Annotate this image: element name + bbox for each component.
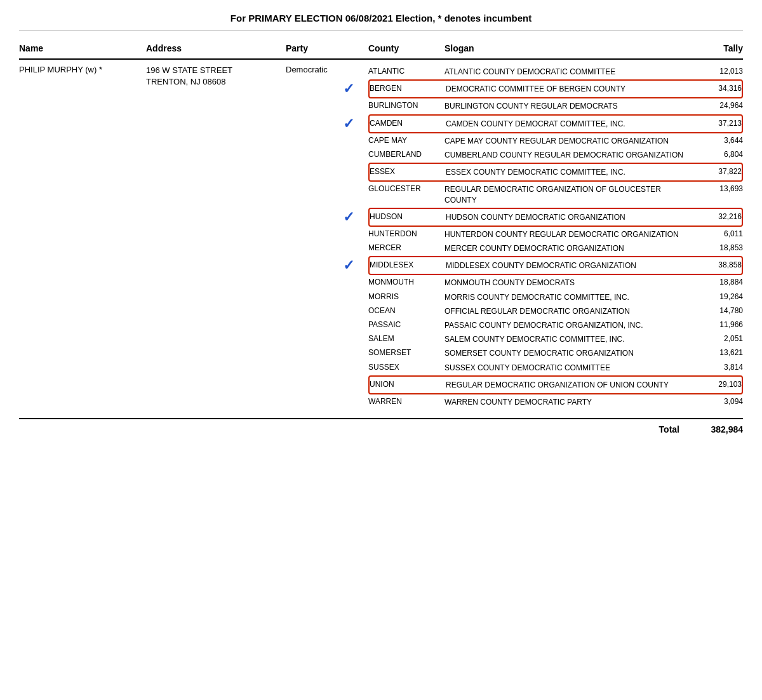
tally-sussex: 3,814 xyxy=(692,363,743,372)
county-row-mercer: MERCERMERCER COUNTY DEMOCRATIC ORGANIZAT… xyxy=(368,241,743,255)
slogan-monmouth: MONMOUTH COUNTY DEMOCRATS xyxy=(444,278,692,288)
tally-camden: 37,213 xyxy=(691,118,742,129)
county-name-morris: MORRIS xyxy=(368,292,444,301)
page-title: For PRIMARY ELECTION 06/08/2021 Election… xyxy=(19,13,743,30)
county-row-passaic: PASSAICPASSAIC COUNTY DEMOCRATIC ORGANIZ… xyxy=(368,318,743,332)
tally-hudson: 32,216 xyxy=(691,211,742,222)
total-label: Total xyxy=(659,424,679,434)
county-name-cape-may: CAPE MAY xyxy=(368,136,444,145)
tally-warren: 3,094 xyxy=(692,397,743,406)
check-icon-hudson: ✓ xyxy=(343,209,354,225)
county-row-warren: WARRENWARREN COUNTY DEMOCRATIC PARTY3,09… xyxy=(368,395,743,409)
county-row-essex: ESSEXESSEX COUNTY DEMOCRATIC COMMITTEE, … xyxy=(368,163,743,182)
county-row-salem: SALEMSALEM COUNTY DEMOCRATIC COMMITTEE, … xyxy=(368,332,743,346)
county-row-cumberland: CUMBERLANDCUMBERLAND COUNTY REGULAR DEMO… xyxy=(368,148,743,162)
county-list: ATLANTICATLANTIC COUNTY DEMOCRATIC COMMI… xyxy=(368,65,743,409)
candidate-party: Democratic xyxy=(286,65,368,409)
slogan-passaic: PASSAIC COUNTY DEMOCRATIC ORGANIZATION, … xyxy=(444,320,692,330)
check-icon-middlesex: ✓ xyxy=(343,257,354,274)
tally-passaic: 11,966 xyxy=(692,320,743,329)
header-county: County xyxy=(368,43,444,53)
county-name-ocean: OCEAN xyxy=(368,306,444,315)
tally-cape-may: 3,644 xyxy=(692,136,743,145)
county-row-morris: MORRISMORRIS COUNTY DEMOCRATIC COMMITTEE… xyxy=(368,290,743,304)
county-row-sussex: SUSSEXSUSSEX COUNTY DEMOCRATIC COMMITTEE… xyxy=(368,361,743,375)
county-name-hudson: HUDSON xyxy=(370,211,446,222)
slogan-sussex: SUSSEX COUNTY DEMOCRATIC COMMITTEE xyxy=(444,363,692,373)
slogan-essex: ESSEX COUNTY DEMOCRATIC COMMITTEE, INC. xyxy=(446,166,691,178)
county-name-essex: ESSEX xyxy=(370,166,446,177)
tally-hunterdon: 6,011 xyxy=(692,229,743,238)
county-row-ocean: OCEANOFFICIAL REGULAR DEMOCRATIC ORGANIZ… xyxy=(368,304,743,318)
county-name-atlantic: ATLANTIC xyxy=(368,67,444,76)
tally-monmouth: 18,884 xyxy=(692,278,743,286)
tally-gloucester: 13,693 xyxy=(692,184,743,193)
tally-morris: 19,264 xyxy=(692,292,743,301)
tally-somerset: 13,621 xyxy=(692,348,743,357)
candidate-name: PHILIP MURPHY (w) * xyxy=(19,65,146,409)
slogan-atlantic: ATLANTIC COUNTY DEMOCRATIC COMMITTEE xyxy=(444,67,692,77)
tally-atlantic: 12,013 xyxy=(692,67,743,76)
slogan-hunterdon: HUNTERDON COUNTY REGULAR DEMOCRATIC ORGA… xyxy=(444,229,692,239)
slogan-cape-may: CAPE MAY COUNTY REGULAR DEMOCRATIC ORGAN… xyxy=(444,136,692,146)
county-row-gloucester: GLOUCESTERREGULAR DEMOCRATIC ORGANIZATIO… xyxy=(368,182,743,206)
county-name-middlesex: MIDDLESEX xyxy=(370,259,446,271)
county-row-hunterdon: HUNTERDONHUNTERDON COUNTY REGULAR DEMOCR… xyxy=(368,227,743,241)
header-address: Address xyxy=(146,43,286,53)
tally-middlesex: 38,858 xyxy=(691,259,742,271)
total-row: Total 382,984 xyxy=(19,418,743,434)
header-name: Name xyxy=(19,43,146,53)
county-name-gloucester: GLOUCESTER xyxy=(368,184,444,193)
slogan-union: REGULAR DEMOCRATIC ORGANIZATION OF UNION… xyxy=(446,379,691,391)
county-name-union: UNION xyxy=(370,379,446,390)
county-row-camden: ✓CAMDENCAMDEN COUNTY DEMOCRAT COMMITTEE,… xyxy=(368,114,743,133)
tally-bergen: 34,316 xyxy=(691,83,742,94)
tally-salem: 2,051 xyxy=(692,334,743,343)
county-name-sussex: SUSSEX xyxy=(368,363,444,372)
slogan-hudson: HUDSON COUNTY DEMOCRATIC ORGANIZATION xyxy=(446,211,691,224)
candidate-address: 196 W STATE STREET TRENTON, NJ 08608 xyxy=(146,65,286,409)
county-name-passaic: PASSAIC xyxy=(368,320,444,329)
county-row-middlesex: ✓MIDDLESEXMIDDLESEX COUNTY DEMOCRATIC OR… xyxy=(368,256,743,275)
county-name-warren: WARREN xyxy=(368,397,444,406)
header-slogan: Slogan xyxy=(444,43,692,53)
slogan-morris: MORRIS COUNTY DEMOCRATIC COMMITTEE, INC. xyxy=(444,292,692,302)
slogan-camden: CAMDEN COUNTY DEMOCRAT COMMITTEE, INC. xyxy=(446,118,691,130)
county-name-salem: SALEM xyxy=(368,334,444,343)
check-icon-camden: ✓ xyxy=(343,116,354,132)
tally-essex: 37,822 xyxy=(691,166,742,177)
county-name-cumberland: CUMBERLAND xyxy=(368,150,444,159)
county-row-hudson: ✓HUDSONHUDSON COUNTY DEMOCRATIC ORGANIZA… xyxy=(368,208,743,227)
tally-cumberland: 6,804 xyxy=(692,150,743,159)
slogan-warren: WARREN COUNTY DEMOCRATIC PARTY xyxy=(444,397,692,407)
slogan-middlesex: MIDDLESEX COUNTY DEMOCRATIC ORGANIZATION xyxy=(446,259,691,272)
slogan-salem: SALEM COUNTY DEMOCRATIC COMMITTEE, INC. xyxy=(444,334,692,344)
slogan-mercer: MERCER COUNTY DEMOCRATIC ORGANIZATION xyxy=(444,243,692,253)
slogan-gloucester: REGULAR DEMOCRATIC ORGANIZATION OF GLOUC… xyxy=(444,184,692,205)
header-party: Party xyxy=(286,43,368,53)
tally-mercer: 18,853 xyxy=(692,243,743,252)
county-name-burlington: BURLINGTON xyxy=(368,101,444,110)
county-row-bergen: ✓BERGENDEMOCRATIC COMMITTEE OF BERGEN CO… xyxy=(368,79,743,98)
slogan-burlington: BURLINGTON COUNTY REGULAR DEMOCRATS xyxy=(444,101,692,111)
header-tally: Tally xyxy=(692,43,743,53)
check-icon-bergen: ✓ xyxy=(343,81,354,97)
county-row-atlantic: ATLANTICATLANTIC COUNTY DEMOCRATIC COMMI… xyxy=(368,65,743,79)
county-name-hunterdon: HUNTERDON xyxy=(368,229,444,238)
county-name-somerset: SOMERSET xyxy=(368,348,444,357)
slogan-cumberland: CUMBERLAND COUNTY REGULAR DEMOCRATIC ORG… xyxy=(444,150,692,160)
county-name-bergen: BERGEN xyxy=(370,83,446,94)
county-name-camden: CAMDEN xyxy=(370,118,446,129)
tally-union: 29,103 xyxy=(691,379,742,390)
tally-ocean: 14,780 xyxy=(692,306,743,315)
county-row-cape-may: CAPE MAYCAPE MAY COUNTY REGULAR DEMOCRAT… xyxy=(368,134,743,148)
slogan-bergen: DEMOCRATIC COMMITTEE OF BERGEN COUNTY xyxy=(446,83,691,95)
slogan-somerset: SOMERSET COUNTY DEMOCRATIC ORGANIZATION xyxy=(444,348,692,358)
county-row-somerset: SOMERSETSOMERSET COUNTY DEMOCRATIC ORGAN… xyxy=(368,346,743,360)
slogan-ocean: OFFICIAL REGULAR DEMOCRATIC ORGANIZATION xyxy=(444,306,692,316)
county-name-monmouth: MONMOUTH xyxy=(368,278,444,286)
county-row-burlington: BURLINGTONBURLINGTON COUNTY REGULAR DEMO… xyxy=(368,99,743,113)
tally-burlington: 24,964 xyxy=(692,101,743,110)
column-headers: Name Address Party County Slogan Tally xyxy=(19,37,743,60)
total-value: 382,984 xyxy=(692,424,743,434)
